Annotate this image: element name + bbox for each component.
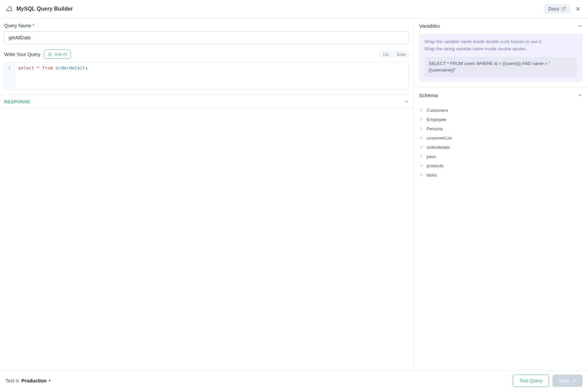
schema-panel-header[interactable]: Schema: [414, 88, 588, 103]
chevron-down-icon: [404, 99, 409, 104]
shortcut-enter: Enter: [394, 51, 409, 57]
docs-label: Docs: [548, 6, 559, 12]
chevron-down-icon: [577, 92, 583, 98]
response-section[interactable]: RESPONSE: [0, 94, 413, 109]
variables-panel: Variables Wrap the variable name inside …: [414, 18, 588, 88]
schema-item[interactable]: Persons: [419, 124, 583, 133]
token-table: orderdetails: [56, 65, 88, 70]
ask-ai-button[interactable]: Ask AI: [44, 50, 71, 59]
token-star: *: [37, 65, 40, 70]
schema-item-label: pass: [427, 154, 436, 159]
schema-title: Schema: [419, 92, 438, 98]
chevron-right-icon: [419, 163, 424, 168]
header-bar: MySQL Query Builder Docs: [0, 0, 588, 18]
chevron-right-icon: [419, 126, 424, 131]
mysql-icon: [5, 5, 13, 13]
schema-item-label: products: [427, 163, 444, 168]
variables-info: Wrap the variable name inside double cur…: [419, 34, 583, 82]
page-title: MySQL Query Builder: [16, 6, 73, 12]
chevron-right-icon: [419, 154, 424, 159]
environment-dropdown[interactable]: Production: [21, 378, 51, 383]
footer-bar: Test in Production Test Query Save: [0, 370, 588, 391]
query-name-label-row: Query Name *: [4, 23, 409, 28]
schema-item[interactable]: orderdetails: [419, 143, 583, 152]
schema-panel: Schema Customers Employee Persons: [414, 88, 588, 370]
chevron-right-icon: [419, 117, 424, 122]
close-button[interactable]: [574, 4, 583, 13]
shortcut-ctrl: Ctrl: [380, 51, 392, 57]
schema-list: Customers Employee Persons customerList …: [414, 103, 588, 185]
variables-title: Variables: [419, 23, 440, 29]
main-panel: Query Name * Write Your Query Ask AI: [0, 18, 414, 370]
schema-item-label: orderdetails: [427, 145, 450, 150]
footer-left: Test in Production: [5, 378, 51, 383]
close-icon: [575, 6, 581, 12]
variables-panel-header[interactable]: Variables: [414, 18, 588, 34]
sidebar: Variables Wrap the variable name inside …: [414, 18, 588, 370]
svg-line-0: [563, 7, 565, 9]
header-left: MySQL Query Builder: [5, 5, 73, 13]
environment-value: Production: [21, 378, 47, 383]
schema-item-label: customerList: [427, 135, 452, 141]
schema-item[interactable]: tasks: [419, 170, 583, 180]
variables-hint1: Wrap the variable name inside double cur…: [424, 38, 577, 45]
docs-button[interactable]: Docs: [544, 4, 570, 14]
external-link-icon: [561, 6, 566, 11]
query-header: Write Your Query Ask AI Ctrl Enter: [4, 50, 409, 59]
svg-marker-4: [49, 380, 51, 381]
response-title: RESPONSE: [4, 99, 30, 104]
chevron-right-icon: [419, 145, 424, 149]
header-right: Docs: [544, 4, 583, 14]
variables-example: SELECT * FROM users WHERE id = {{userid}…: [424, 57, 577, 77]
code-content[interactable]: select * from orderdetails: [15, 63, 409, 89]
query-name-input[interactable]: [4, 31, 409, 44]
token-from: from: [42, 65, 53, 70]
save-button[interactable]: Save: [552, 375, 583, 387]
query-header-left: Write Your Query Ask AI: [4, 50, 71, 59]
footer-right: Test Query Save: [513, 375, 583, 387]
write-query-label: Write Your Query: [4, 52, 40, 57]
arrow-right-icon: [572, 378, 576, 383]
content-area: Query Name * Write Your Query Ask AI: [0, 18, 588, 370]
ask-ai-label: Ask AI: [54, 52, 67, 57]
test-query-button[interactable]: Test Query: [513, 375, 549, 387]
query-name-label: Query Name: [4, 23, 31, 28]
required-asterisk: *: [32, 23, 34, 28]
chevron-right-icon: [419, 172, 424, 177]
token-select: select: [18, 65, 34, 70]
test-query-label: Test Query: [519, 378, 543, 383]
schema-item-label: Persons: [427, 126, 443, 131]
save-label: Save: [559, 378, 570, 383]
schema-item[interactable]: products: [419, 161, 583, 170]
caret-down-icon: [48, 379, 51, 382]
chevron-down-icon: [577, 23, 583, 29]
chevron-right-icon: [419, 108, 424, 113]
code-gutter: 1: [4, 63, 15, 89]
form-section: Query Name * Write Your Query Ask AI: [0, 18, 413, 94]
ai-sparkle-icon: [48, 52, 52, 57]
code-editor[interactable]: 1 select * from orderdetails: [4, 62, 409, 90]
test-in-label: Test in: [5, 378, 19, 383]
shortcut-badges: Ctrl Enter: [380, 51, 409, 57]
schema-item-label: Customers: [427, 108, 448, 113]
chevron-right-icon: [419, 135, 424, 140]
schema-item-label: tasks: [427, 172, 437, 178]
schema-item-label: Employee: [427, 117, 446, 122]
schema-item[interactable]: customerList: [419, 133, 583, 143]
variables-hint2: Wrap the string variable name inside dou…: [424, 45, 577, 53]
line-number: 1: [8, 65, 11, 70]
schema-item[interactable]: pass: [419, 152, 583, 161]
schema-item[interactable]: Employee: [419, 115, 583, 124]
schema-item[interactable]: Customers: [419, 106, 583, 115]
